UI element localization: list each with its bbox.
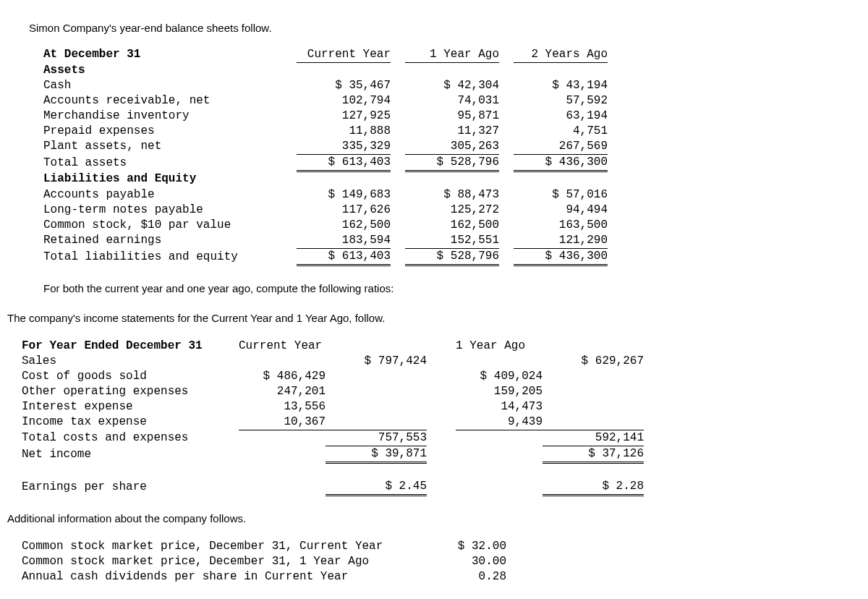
bs-header-c3: 2 Years Ago xyxy=(514,47,608,63)
table-row: Merchandise inventory127,92595,87163,194 xyxy=(43,109,608,124)
row-c2: 74,031 xyxy=(405,93,499,109)
balance-sheet-table: At December 31 Current Year 1 Year Ago 2… xyxy=(43,47,608,266)
row-sub-c2: 159,205 xyxy=(456,384,542,399)
row-c3: 4,751 xyxy=(514,124,608,139)
net-income-row: Net income $ 39,871 $ 37,126 xyxy=(22,446,644,463)
row-c1: 127,925 xyxy=(297,109,391,124)
is-header-c2: 1 Year Ago xyxy=(456,339,644,354)
row-sub-c1: 247,201 xyxy=(239,384,326,399)
row-c3: 57,592 xyxy=(514,93,608,109)
row-c1: $ 35,467 xyxy=(297,78,391,93)
row-c1: 102,794 xyxy=(297,93,391,109)
row-label: Retained earnings xyxy=(43,233,297,249)
total-costs-c2: 592,141 xyxy=(542,430,644,446)
sales-label: Sales xyxy=(22,354,239,369)
row-sub-c2: 14,473 xyxy=(456,399,542,415)
table-row: Prepaid expenses11,88811,3274,751 xyxy=(43,124,608,139)
total-costs-row: Total costs and expenses 757,553 592,141 xyxy=(22,430,644,446)
net-income-c1: $ 39,871 xyxy=(326,446,427,463)
table-row: Common stock market price, December 31, … xyxy=(22,554,506,569)
row-c2: $ 42,304 xyxy=(405,78,499,93)
row-val: 30.00 xyxy=(434,554,506,569)
additional-info-table: Common stock market price, December 31, … xyxy=(22,539,506,585)
row-label: Common stock market price, December 31, … xyxy=(22,554,434,569)
row-c2: $ 88,473 xyxy=(405,187,499,203)
table-row: Common stock market price, December 31, … xyxy=(22,539,506,554)
bs-header-row: At December 31 Current Year 1 Year Ago 2… xyxy=(43,47,608,63)
row-c1: 117,626 xyxy=(297,203,391,218)
table-row: Annual cash dividends per share in Curre… xyxy=(22,569,506,585)
bs-header-c1: Current Year xyxy=(297,47,391,63)
row-c3: 63,194 xyxy=(514,109,608,124)
table-row: Other operating expenses247,201159,205 xyxy=(22,384,644,399)
is-header-c1: Current Year xyxy=(239,339,427,354)
table-row: Long-term notes payable117,626125,27294,… xyxy=(43,203,608,218)
row-c2: 11,327 xyxy=(405,124,499,139)
row-sub-c2: $ 409,024 xyxy=(456,369,542,384)
intro-text-2: For both the current year and one year a… xyxy=(43,282,839,294)
total-liab-c1: $ 613,403 xyxy=(297,249,391,265)
net-income-c2: $ 37,126 xyxy=(542,446,644,463)
intro-text-4: Additional information about the company… xyxy=(7,512,839,524)
row-c3: 163,500 xyxy=(514,218,608,233)
table-row: Accounts receivable, net102,79474,03157,… xyxy=(43,93,608,109)
row-label: Interest expense xyxy=(22,399,239,415)
row-c2: 95,871 xyxy=(405,109,499,124)
row-c1: 335,329 xyxy=(297,139,391,155)
row-c2: 152,551 xyxy=(405,233,499,249)
table-row: Interest expense13,55614,473 xyxy=(22,399,644,415)
table-row: Retained earnings183,594152,551121,290 xyxy=(43,233,608,249)
is-header-row: For Year Ended December 31 Current Year … xyxy=(22,339,644,354)
income-statement-table: For Year Ended December 31 Current Year … xyxy=(22,339,644,496)
row-c1: 11,888 xyxy=(297,124,391,139)
row-label: Common stock, $10 par value xyxy=(43,218,297,233)
row-sub-c1: $ 486,429 xyxy=(239,369,326,384)
eps-c1: $ 2.45 xyxy=(326,479,427,496)
total-assets-c1: $ 613,403 xyxy=(297,155,391,171)
table-row: Common stock, $10 par value162,500162,50… xyxy=(43,218,608,233)
row-label: Long-term notes payable xyxy=(43,203,297,218)
row-sub-c1: 13,556 xyxy=(239,399,326,415)
row-label: Common stock market price, December 31, … xyxy=(22,539,434,554)
total-liab-c3: $ 436,300 xyxy=(514,249,608,265)
row-label: Prepaid expenses xyxy=(43,124,297,139)
bs-header-label: At December 31 xyxy=(43,47,297,63)
intro-text-1: Simon Company's year-end balance sheets … xyxy=(29,22,839,34)
sales-row: Sales $ 797,424 $ 629,267 xyxy=(22,354,644,369)
liab-heading: Liabilities and Equity xyxy=(43,171,297,188)
row-c2: 305,263 xyxy=(405,139,499,155)
intro-text-3: The company's income statements for the … xyxy=(7,312,839,324)
row-c3: 267,569 xyxy=(514,139,608,155)
total-liab-row: Total liabilities and equity $ 613,403 $… xyxy=(43,249,608,265)
eps-row: Earnings per share $ 2.45 $ 2.28 xyxy=(22,479,644,496)
total-assets-c2: $ 528,796 xyxy=(405,155,499,171)
eps-c2: $ 2.28 xyxy=(542,479,644,496)
row-sub-c2: 9,439 xyxy=(456,415,542,430)
sales-c1: $ 797,424 xyxy=(326,354,427,369)
row-label: Merchandise inventory xyxy=(43,109,297,124)
table-row: Cost of goods sold$ 486,429$ 409,024 xyxy=(22,369,644,384)
table-row: Cash$ 35,467$ 42,304$ 43,194 xyxy=(43,78,608,93)
total-assets-c3: $ 436,300 xyxy=(514,155,608,171)
total-liab-label: Total liabilities and equity xyxy=(43,249,297,265)
row-c3: $ 57,016 xyxy=(514,187,608,203)
row-c1: 162,500 xyxy=(297,218,391,233)
row-c3: $ 43,194 xyxy=(514,78,608,93)
row-c1: $ 149,683 xyxy=(297,187,391,203)
row-label: Plant assets, net xyxy=(43,139,297,155)
row-label: Other operating expenses xyxy=(22,384,239,399)
row-label: Cash xyxy=(43,78,297,93)
total-assets-label: Total assets xyxy=(43,155,297,171)
row-val: $ 32.00 xyxy=(434,539,506,554)
row-sub-c1: 10,367 xyxy=(239,415,326,430)
sales-c2: $ 629,267 xyxy=(542,354,644,369)
row-c1: 183,594 xyxy=(297,233,391,249)
table-row: Plant assets, net335,329305,263267,569 xyxy=(43,139,608,155)
row-label: Income tax expense xyxy=(22,415,239,430)
row-c3: 94,494 xyxy=(514,203,608,218)
row-val: 0.28 xyxy=(434,569,506,585)
total-costs-c1: 757,553 xyxy=(326,430,427,446)
row-c3: 121,290 xyxy=(514,233,608,249)
table-row: Accounts payable$ 149,683$ 88,473$ 57,01… xyxy=(43,187,608,203)
eps-label: Earnings per share xyxy=(22,479,239,496)
